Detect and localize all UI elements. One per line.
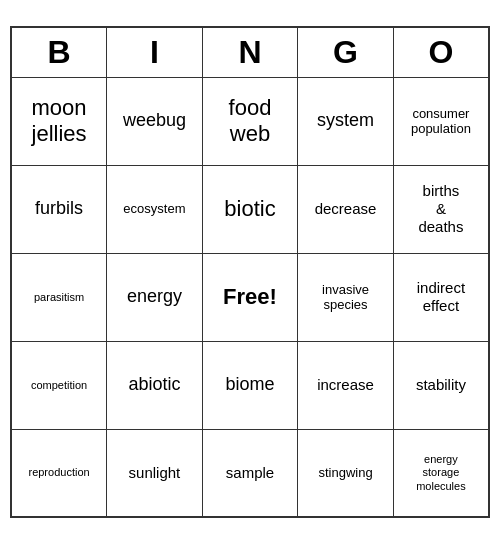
cell-text: biome: [206, 374, 295, 396]
table-row: reproductionsunlightsamplestingwingenerg…: [11, 429, 489, 517]
cell-text: invasive: [301, 282, 390, 298]
bingo-cell: weebug: [107, 77, 203, 165]
column-header: I: [107, 27, 203, 78]
cell-text: storage: [397, 466, 485, 479]
cell-text: jellies: [15, 121, 103, 147]
cell-text: moon: [15, 95, 103, 121]
bingo-grid: BINGO moonjelliesweebugfoodwebsystemcons…: [10, 26, 490, 519]
bingo-cell: stability: [393, 341, 489, 429]
cell-text: sample: [206, 464, 295, 482]
table-row: furbilsecosystembioticdecreasebirths&dea…: [11, 165, 489, 253]
table-row: moonjelliesweebugfoodwebsystemconsumerpo…: [11, 77, 489, 165]
cell-text: food: [206, 95, 295, 121]
table-row: parasitismenergyFree!invasivespeciesindi…: [11, 253, 489, 341]
bingo-cell: foodweb: [202, 77, 298, 165]
cell-text: reproduction: [15, 466, 103, 479]
bingo-cell: biotic: [202, 165, 298, 253]
cell-text: competition: [15, 379, 103, 392]
bingo-cell: ecosystem: [107, 165, 203, 253]
bingo-cell: sample: [202, 429, 298, 517]
cell-text: stingwing: [301, 465, 390, 481]
cell-text: decrease: [301, 200, 390, 218]
bingo-cell: stingwing: [298, 429, 394, 517]
cell-text: energy: [110, 286, 199, 308]
cell-text: indirect: [397, 279, 485, 297]
bingo-cell: abiotic: [107, 341, 203, 429]
column-header: B: [11, 27, 107, 78]
bingo-cell: births&deaths: [393, 165, 489, 253]
table-row: competitionabioticbiomeincreasestability: [11, 341, 489, 429]
bingo-cell: parasitism: [11, 253, 107, 341]
bingo-cell: competition: [11, 341, 107, 429]
bingo-cell: sunlight: [107, 429, 203, 517]
cell-text: ecosystem: [110, 201, 199, 217]
column-header: O: [393, 27, 489, 78]
cell-text: population: [397, 121, 485, 137]
cell-text: parasitism: [15, 291, 103, 304]
cell-text: biotic: [206, 196, 295, 222]
cell-text: abiotic: [110, 374, 199, 396]
bingo-cell: system: [298, 77, 394, 165]
cell-text: furbils: [15, 198, 103, 220]
cell-text: deaths: [397, 218, 485, 236]
bingo-card: BINGO BINGO moonjelliesweebugfoodwebsyst…: [10, 26, 490, 519]
cell-text: effect: [397, 297, 485, 315]
bingo-cell: consumerpopulation: [393, 77, 489, 165]
bingo-cell: invasivespecies: [298, 253, 394, 341]
bingo-cell: moonjellies: [11, 77, 107, 165]
cell-text: sunlight: [110, 464, 199, 482]
column-header: G: [298, 27, 394, 78]
cell-text: energy: [397, 453, 485, 466]
cell-text: system: [301, 110, 390, 132]
cell-text: weebug: [110, 110, 199, 132]
bingo-cell: biome: [202, 341, 298, 429]
cell-text: stability: [397, 376, 485, 394]
bingo-cell: furbils: [11, 165, 107, 253]
bingo-cell: increase: [298, 341, 394, 429]
bingo-cell: Free!: [202, 253, 298, 341]
bingo-cell: indirecteffect: [393, 253, 489, 341]
cell-text: consumer: [397, 106, 485, 122]
bingo-header-row: BINGO: [11, 27, 489, 78]
bingo-cell: energystoragemolecules: [393, 429, 489, 517]
cell-text: &: [397, 200, 485, 218]
cell-text: increase: [301, 376, 390, 394]
bingo-cell: energy: [107, 253, 203, 341]
column-header: N: [202, 27, 298, 78]
cell-text: web: [206, 121, 295, 147]
bingo-cell: reproduction: [11, 429, 107, 517]
cell-text: species: [301, 297, 390, 313]
cell-text: molecules: [397, 480, 485, 493]
bingo-cell: decrease: [298, 165, 394, 253]
cell-text: Free!: [206, 284, 295, 310]
cell-text: births: [397, 182, 485, 200]
